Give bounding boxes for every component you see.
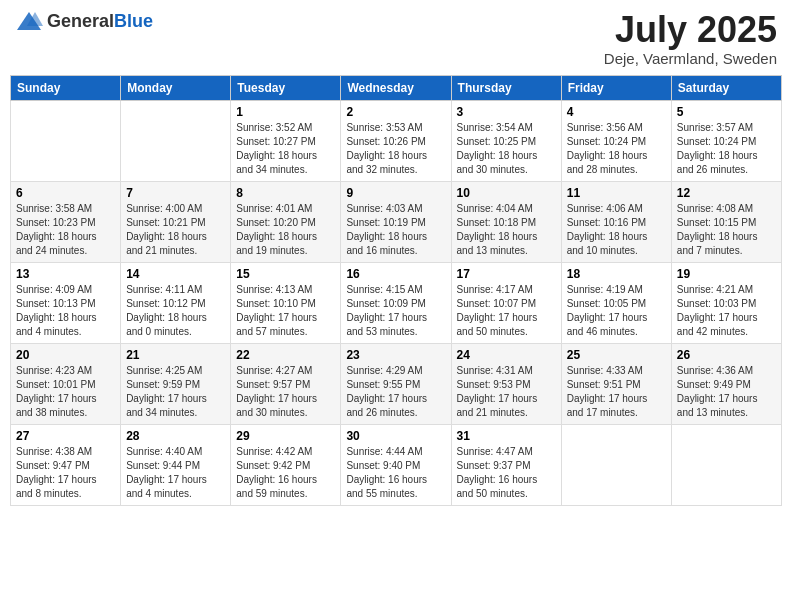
day-info: Sunrise: 4:08 AM Sunset: 10:15 PM Daylig… [677, 202, 776, 258]
day-number: 18 [567, 267, 666, 281]
day-number: 13 [16, 267, 115, 281]
day-info: Sunrise: 4:11 AM Sunset: 10:12 PM Daylig… [126, 283, 225, 339]
calendar-week-row: 6Sunrise: 3:58 AM Sunset: 10:23 PM Dayli… [11, 181, 782, 262]
logo-text: GeneralBlue [47, 11, 153, 32]
calendar-cell: 8Sunrise: 4:01 AM Sunset: 10:20 PM Dayli… [231, 181, 341, 262]
day-number: 28 [126, 429, 225, 443]
calendar-cell: 3Sunrise: 3:54 AM Sunset: 10:25 PM Dayli… [451, 100, 561, 181]
calendar-cell: 27Sunrise: 4:38 AM Sunset: 9:47 PM Dayli… [11, 424, 121, 505]
day-number: 23 [346, 348, 445, 362]
day-info: Sunrise: 4:42 AM Sunset: 9:42 PM Dayligh… [236, 445, 335, 501]
calendar-week-row: 27Sunrise: 4:38 AM Sunset: 9:47 PM Dayli… [11, 424, 782, 505]
day-number: 14 [126, 267, 225, 281]
calendar-cell: 31Sunrise: 4:47 AM Sunset: 9:37 PM Dayli… [451, 424, 561, 505]
calendar-cell: 16Sunrise: 4:15 AM Sunset: 10:09 PM Dayl… [341, 262, 451, 343]
calendar-cell: 22Sunrise: 4:27 AM Sunset: 9:57 PM Dayli… [231, 343, 341, 424]
logo-icon [15, 10, 43, 32]
day-number: 30 [346, 429, 445, 443]
calendar-cell [671, 424, 781, 505]
day-number: 27 [16, 429, 115, 443]
calendar-cell: 26Sunrise: 4:36 AM Sunset: 9:49 PM Dayli… [671, 343, 781, 424]
day-number: 17 [457, 267, 556, 281]
day-info: Sunrise: 4:04 AM Sunset: 10:18 PM Daylig… [457, 202, 556, 258]
calendar-cell: 4Sunrise: 3:56 AM Sunset: 10:24 PM Dayli… [561, 100, 671, 181]
day-info: Sunrise: 4:36 AM Sunset: 9:49 PM Dayligh… [677, 364, 776, 420]
calendar-cell [11, 100, 121, 181]
calendar-cell: 19Sunrise: 4:21 AM Sunset: 10:03 PM Dayl… [671, 262, 781, 343]
calendar-cell: 23Sunrise: 4:29 AM Sunset: 9:55 PM Dayli… [341, 343, 451, 424]
day-info: Sunrise: 4:13 AM Sunset: 10:10 PM Daylig… [236, 283, 335, 339]
day-info: Sunrise: 4:21 AM Sunset: 10:03 PM Daylig… [677, 283, 776, 339]
day-number: 6 [16, 186, 115, 200]
location-title: Deje, Vaermland, Sweden [604, 50, 777, 67]
day-info: Sunrise: 4:40 AM Sunset: 9:44 PM Dayligh… [126, 445, 225, 501]
day-number: 25 [567, 348, 666, 362]
day-number: 26 [677, 348, 776, 362]
logo-general: General [47, 11, 114, 31]
weekday-header-thursday: Thursday [451, 75, 561, 100]
weekday-header-wednesday: Wednesday [341, 75, 451, 100]
day-info: Sunrise: 4:29 AM Sunset: 9:55 PM Dayligh… [346, 364, 445, 420]
day-number: 15 [236, 267, 335, 281]
logo-blue: Blue [114, 11, 153, 31]
calendar-cell: 10Sunrise: 4:04 AM Sunset: 10:18 PM Dayl… [451, 181, 561, 262]
title-area: July 2025 Deje, Vaermland, Sweden [604, 10, 777, 67]
calendar-cell: 20Sunrise: 4:23 AM Sunset: 10:01 PM Dayl… [11, 343, 121, 424]
calendar-cell: 30Sunrise: 4:44 AM Sunset: 9:40 PM Dayli… [341, 424, 451, 505]
calendar-cell: 28Sunrise: 4:40 AM Sunset: 9:44 PM Dayli… [121, 424, 231, 505]
calendar-cell: 2Sunrise: 3:53 AM Sunset: 10:26 PM Dayli… [341, 100, 451, 181]
calendar-cell: 24Sunrise: 4:31 AM Sunset: 9:53 PM Dayli… [451, 343, 561, 424]
weekday-header-row: SundayMondayTuesdayWednesdayThursdayFrid… [11, 75, 782, 100]
day-info: Sunrise: 3:53 AM Sunset: 10:26 PM Daylig… [346, 121, 445, 177]
weekday-header-tuesday: Tuesday [231, 75, 341, 100]
day-info: Sunrise: 4:15 AM Sunset: 10:09 PM Daylig… [346, 283, 445, 339]
calendar-cell: 18Sunrise: 4:19 AM Sunset: 10:05 PM Dayl… [561, 262, 671, 343]
day-info: Sunrise: 4:19 AM Sunset: 10:05 PM Daylig… [567, 283, 666, 339]
weekday-header-saturday: Saturday [671, 75, 781, 100]
day-info: Sunrise: 4:47 AM Sunset: 9:37 PM Dayligh… [457, 445, 556, 501]
day-info: Sunrise: 4:03 AM Sunset: 10:19 PM Daylig… [346, 202, 445, 258]
day-number: 7 [126, 186, 225, 200]
day-number: 21 [126, 348, 225, 362]
calendar-week-row: 1Sunrise: 3:52 AM Sunset: 10:27 PM Dayli… [11, 100, 782, 181]
day-info: Sunrise: 3:52 AM Sunset: 10:27 PM Daylig… [236, 121, 335, 177]
calendar-cell: 14Sunrise: 4:11 AM Sunset: 10:12 PM Dayl… [121, 262, 231, 343]
weekday-header-sunday: Sunday [11, 75, 121, 100]
calendar-week-row: 20Sunrise: 4:23 AM Sunset: 10:01 PM Dayl… [11, 343, 782, 424]
day-info: Sunrise: 4:06 AM Sunset: 10:16 PM Daylig… [567, 202, 666, 258]
day-number: 22 [236, 348, 335, 362]
day-number: 1 [236, 105, 335, 119]
day-number: 20 [16, 348, 115, 362]
day-info: Sunrise: 4:17 AM Sunset: 10:07 PM Daylig… [457, 283, 556, 339]
day-info: Sunrise: 4:23 AM Sunset: 10:01 PM Daylig… [16, 364, 115, 420]
day-number: 4 [567, 105, 666, 119]
day-info: Sunrise: 3:58 AM Sunset: 10:23 PM Daylig… [16, 202, 115, 258]
calendar-cell: 15Sunrise: 4:13 AM Sunset: 10:10 PM Dayl… [231, 262, 341, 343]
weekday-header-monday: Monday [121, 75, 231, 100]
day-number: 29 [236, 429, 335, 443]
day-info: Sunrise: 4:01 AM Sunset: 10:20 PM Daylig… [236, 202, 335, 258]
day-info: Sunrise: 4:25 AM Sunset: 9:59 PM Dayligh… [126, 364, 225, 420]
page-header: GeneralBlue July 2025 Deje, Vaermland, S… [10, 10, 782, 67]
day-number: 9 [346, 186, 445, 200]
calendar-cell: 5Sunrise: 3:57 AM Sunset: 10:24 PM Dayli… [671, 100, 781, 181]
day-number: 16 [346, 267, 445, 281]
logo: GeneralBlue [15, 10, 153, 32]
weekday-header-friday: Friday [561, 75, 671, 100]
day-number: 2 [346, 105, 445, 119]
calendar-cell: 29Sunrise: 4:42 AM Sunset: 9:42 PM Dayli… [231, 424, 341, 505]
day-number: 8 [236, 186, 335, 200]
calendar-cell: 1Sunrise: 3:52 AM Sunset: 10:27 PM Dayli… [231, 100, 341, 181]
calendar-cell: 12Sunrise: 4:08 AM Sunset: 10:15 PM Dayl… [671, 181, 781, 262]
day-info: Sunrise: 4:09 AM Sunset: 10:13 PM Daylig… [16, 283, 115, 339]
day-info: Sunrise: 3:54 AM Sunset: 10:25 PM Daylig… [457, 121, 556, 177]
day-info: Sunrise: 4:00 AM Sunset: 10:21 PM Daylig… [126, 202, 225, 258]
day-info: Sunrise: 4:31 AM Sunset: 9:53 PM Dayligh… [457, 364, 556, 420]
day-info: Sunrise: 4:38 AM Sunset: 9:47 PM Dayligh… [16, 445, 115, 501]
day-number: 19 [677, 267, 776, 281]
day-number: 11 [567, 186, 666, 200]
calendar-cell: 17Sunrise: 4:17 AM Sunset: 10:07 PM Dayl… [451, 262, 561, 343]
month-title: July 2025 [604, 10, 777, 50]
day-info: Sunrise: 4:44 AM Sunset: 9:40 PM Dayligh… [346, 445, 445, 501]
day-info: Sunrise: 4:33 AM Sunset: 9:51 PM Dayligh… [567, 364, 666, 420]
